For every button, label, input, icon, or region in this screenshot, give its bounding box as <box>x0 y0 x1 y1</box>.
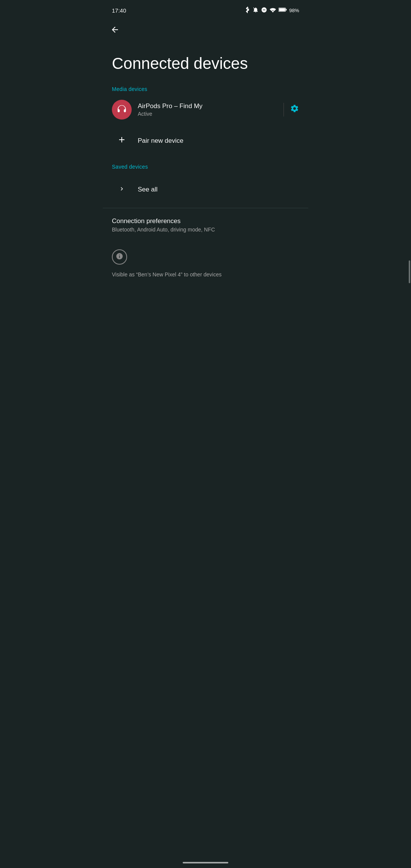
bluetooth-icon <box>245 6 250 14</box>
media-devices-section-header: Media devices <box>103 80 308 95</box>
headphone-icon <box>117 104 127 115</box>
notifications-muted-icon <box>253 6 259 14</box>
page-title: Connected devices <box>103 40 308 80</box>
battery-icon <box>279 7 287 13</box>
chevron-right-icon <box>118 185 125 194</box>
chevron-container <box>112 180 132 199</box>
saved-devices-section-header: Saved devices <box>103 158 308 173</box>
device-name: AirPods Pro – Find My <box>138 102 277 110</box>
airpods-device-item[interactable]: AirPods Pro – Find My Active <box>103 95 308 124</box>
connection-preferences-subtitle: Bluetooth, Android Auto, driving mode, N… <box>112 227 299 233</box>
plus-icon <box>117 135 126 147</box>
info-icon <box>116 252 123 262</box>
see-all-item[interactable]: See all <box>103 173 308 206</box>
device-icon-container <box>112 100 132 120</box>
status-icons: 98% <box>245 6 299 14</box>
visible-as-section: Visible as “Ben’s New Pixel 4” to other … <box>103 240 308 294</box>
do-not-disturb-icon <box>261 7 267 14</box>
see-all-label: See all <box>138 186 158 193</box>
status-bar: 17:40 <box>103 0 308 19</box>
device-status: Active <box>138 111 277 117</box>
info-icon-container <box>112 249 127 265</box>
plus-icon-container <box>112 131 132 151</box>
home-indicator <box>183 862 228 863</box>
visible-as-text: Visible as “Ben’s New Pixel 4” to other … <box>112 271 221 279</box>
section-divider <box>103 208 308 208</box>
device-settings-icon[interactable] <box>290 104 299 115</box>
back-arrow-icon <box>110 25 119 37</box>
connection-preferences-title: Connection preferences <box>112 217 299 225</box>
back-button[interactable] <box>103 19 308 40</box>
svg-rect-1 <box>286 9 287 10</box>
svg-rect-2 <box>279 8 285 11</box>
device-divider <box>284 103 284 116</box>
connection-preferences-item[interactable]: Connection preferences Bluetooth, Androi… <box>103 210 308 240</box>
battery-percent: 98% <box>289 8 299 13</box>
device-info: AirPods Pro – Find My Active <box>138 102 277 117</box>
pair-new-device-item[interactable]: Pair new device <box>103 124 308 158</box>
status-time: 17:40 <box>112 7 126 14</box>
pair-new-device-label: Pair new device <box>138 137 183 145</box>
wifi-icon <box>269 7 276 14</box>
